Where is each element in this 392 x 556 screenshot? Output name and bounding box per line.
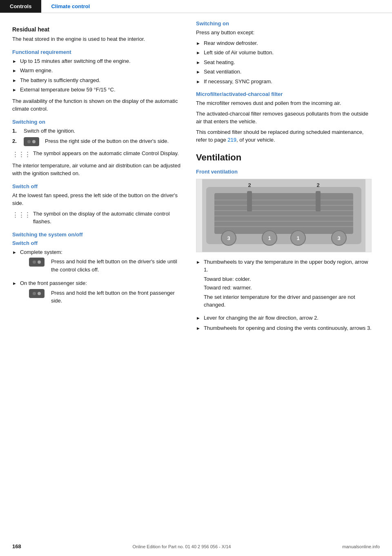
list-item: ► Up to 15 minutes after switching off t… <box>12 57 184 65</box>
list-item: ► The battery is sufficiently charged. <box>12 76 184 85</box>
list-item: ► Seat ventilation. <box>196 68 372 76</box>
svg-rect-17 <box>316 191 321 211</box>
symbol-note-2: ⋮⋮⋮ The symbol on the display of the aut… <box>12 210 184 226</box>
svg-text:1: 1 <box>296 235 299 241</box>
list-item-complete: ► Complete system: Press and hold the le… <box>12 248 184 276</box>
ventilation-heading: Ventilation <box>196 152 372 163</box>
switching-on-title-right: Switching on <box>196 20 372 27</box>
list-item: ► External temperature below 59 °F/15 °C… <box>12 86 184 94</box>
switching-on-body: The interior temperature, air volume and… <box>12 162 184 178</box>
switching-on-body-right: Press any button except: <box>196 29 372 37</box>
arrow-icon: ► <box>196 49 200 56</box>
svg-text:3: 3 <box>337 235 340 241</box>
arrow-icon: ► <box>196 68 200 76</box>
arrow-icon: ► <box>12 86 17 93</box>
button-icon <box>24 137 39 146</box>
functional-req-title: Functional requirement <box>12 49 184 55</box>
system-switch-list: ► Complete system: Press and hold the le… <box>12 248 184 307</box>
arrow-icon: ► <box>12 57 17 65</box>
page-link[interactable]: 219 <box>227 137 236 143</box>
tab-climate-control[interactable]: Climate control <box>41 0 100 13</box>
arrow-icon: ► <box>12 76 17 84</box>
svg-text:1: 1 <box>268 235 271 241</box>
vent-item-3: ► Thumbwheels for opening and closing th… <box>196 324 372 332</box>
switch-off-body: At the lowest fan speed, press the left … <box>12 191 184 207</box>
page-header: Controls Climate control <box>0 0 392 13</box>
button-icon-passenger <box>29 289 45 298</box>
left-column: Residual heat The heat stored in the eng… <box>12 20 184 336</box>
arrow-icon: ► <box>196 39 200 47</box>
page-number: 168 <box>12 543 21 549</box>
svg-text:2: 2 <box>248 182 251 188</box>
arrow-icon: ► <box>196 78 200 85</box>
microfilter-body3: This combined filter should be replaced … <box>196 128 372 144</box>
residual-heat-title: Residual heat <box>12 26 184 33</box>
vent-list: ► Thumbwheels to vary the temperature in… <box>196 258 372 332</box>
front-ventilation-title: Front ventilation <box>196 169 372 175</box>
page-footer: 168 Online Edition for Part no. 01 40 2 … <box>0 543 392 549</box>
switching-on-list-right: ► Rear window defroster. ► Left side of … <box>196 39 372 86</box>
residual-heat-body2: The availability of the function is show… <box>12 97 184 113</box>
switching-on-steps: 1. Switch off the ignition. 2. Press the… <box>12 127 184 147</box>
footer-right-text: manualsonline.info <box>342 544 380 549</box>
list-item-passenger: ► On the front passenger side: Press and… <box>12 279 184 307</box>
vent-diagram: 3 1 1 2 2 3 <box>196 179 372 252</box>
vent-item-2: ► Lever for changing the air flow direct… <box>196 314 372 322</box>
arrow-icon: ► <box>196 314 200 322</box>
list-item: ► If necessary, SYNC program. <box>196 78 372 86</box>
switch-off-title: Switch off <box>12 183 184 189</box>
arrow-icon: ► <box>196 58 200 66</box>
residual-heat-body: The heat stored in the engine is used to… <box>12 35 184 43</box>
microfilter-body1: The microfilter removes dust and pollen … <box>196 99 372 107</box>
arrow-icon: ► <box>196 258 200 266</box>
switching-system-title: Switching the system on/off <box>12 231 184 238</box>
right-column: Switching on Press any button except: ► … <box>196 20 372 336</box>
arrow-icon: ► <box>196 324 200 332</box>
svg-rect-15 <box>247 191 252 211</box>
list-item: ► Warm engine. <box>12 67 184 75</box>
arrow-icon: ► <box>12 279 17 287</box>
arrow-icon: ► <box>12 248 17 256</box>
climate-symbol-icon: ⋮⋮⋮ <box>12 149 31 159</box>
microfilter-body2: The activated-charcoal filter removes ga… <box>196 110 372 126</box>
svg-rect-2 <box>214 193 353 234</box>
step-1: 1. Switch off the ignition. <box>12 127 184 135</box>
switch-off-sub-title: Switch off <box>12 240 184 246</box>
switching-on-title-left: Switching on <box>12 119 184 125</box>
vent-svg: 3 1 1 2 2 3 <box>196 179 371 252</box>
symbol-note-1: ⋮⋮⋮ The symbol appears on the automatic … <box>12 149 184 159</box>
functional-req-list: ► Up to 15 minutes after switching off t… <box>12 57 184 94</box>
tab-controls[interactable]: Controls <box>0 0 41 13</box>
vent-item-1: ► Thumbwheels to vary the temperature in… <box>196 258 372 311</box>
page-content: Residual heat The heat stored in the eng… <box>0 13 392 360</box>
climate-symbol-icon-2: ⋮⋮⋮ <box>12 210 31 220</box>
microfilter-title: Microfilter/activated-charcoal filter <box>196 91 372 97</box>
list-item: ► Rear window defroster. <box>196 39 372 47</box>
step-2: 2. Press the right side of the button on… <box>12 137 184 146</box>
svg-text:3: 3 <box>227 235 230 241</box>
button-icon-left <box>29 258 45 267</box>
list-item: ► Seat heating. <box>196 58 372 67</box>
arrow-icon: ► <box>12 67 17 74</box>
svg-text:2: 2 <box>316 182 319 188</box>
list-item: ► Left side of Air volume button. <box>196 49 372 57</box>
footer-center-text: Online Edition for Part no. 01 40 2 956 … <box>133 544 231 549</box>
